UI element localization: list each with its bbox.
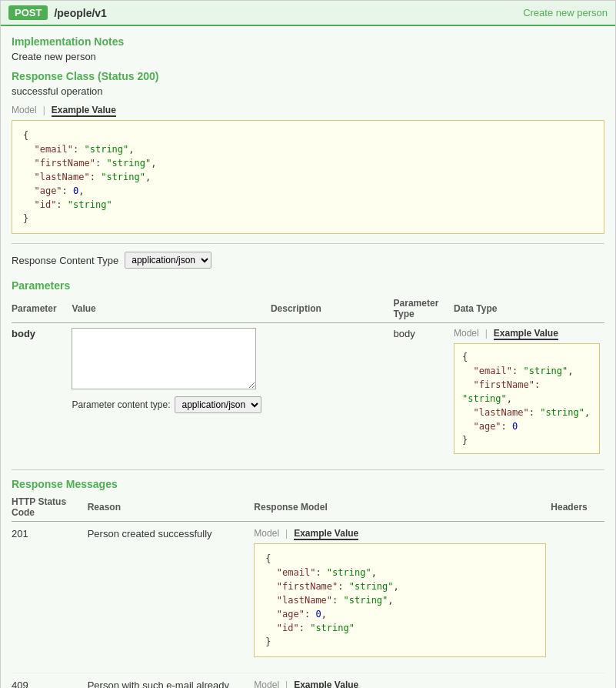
model-tab-model[interactable]: Model <box>12 105 37 117</box>
param-model-tab-model[interactable]: Model <box>454 328 479 340</box>
page-container: POST /people/v1 Create new person Implem… <box>0 0 616 688</box>
response-row-201: 201 Person created successfully Model | … <box>12 522 604 673</box>
model-tab-separator: | <box>43 105 45 117</box>
divider-2 <box>12 469 604 470</box>
response-content-type-label: Response Content Type <box>12 255 118 266</box>
response-status-409: 409 <box>12 673 88 689</box>
method-badge: POST <box>8 5 48 20</box>
response-messages-table: HTTP Status Code Reason Response Model H… <box>12 493 604 688</box>
response-reason-409: Person with such e-mail already exists <box>88 673 255 689</box>
col-header-datatype: Data Type <box>454 295 604 323</box>
col-header-headers: Headers <box>551 493 604 522</box>
parameters-header-row: Parameter Value Description Parameter Ty… <box>12 295 604 323</box>
divider-1 <box>12 243 604 244</box>
param-content-type-label: Parameter content type: <box>72 399 170 410</box>
response-content-type-select[interactable]: application/json application/xml text/pl… <box>125 252 211 269</box>
main-content: Implementation Notes Create new person R… <box>1 26 615 688</box>
response-messages-header-row: HTTP Status Code Reason Response Model H… <box>12 493 604 522</box>
response-status-201: 201 <box>12 522 88 673</box>
param-content-type-select[interactable]: application/json application/xml <box>175 396 261 413</box>
response-reason-201: Person created successfully <box>88 522 255 673</box>
response-201-model-tabs: Model | Example Value <box>254 528 546 540</box>
col-header-reason: Reason <box>88 493 255 522</box>
response-409-tab-model[interactable]: Model <box>254 680 279 688</box>
param-model-tabs: Model | Example Value <box>454 328 600 340</box>
param-datatype-body: Model | Example Value { "email": "string… <box>454 323 604 459</box>
response-class-section: Response Class (Status 200) successful o… <box>12 70 604 234</box>
endpoint-header: POST /people/v1 Create new person <box>1 1 615 26</box>
response-headers-201 <box>551 522 604 673</box>
response-row-409: 409 Person with such e-mail already exis… <box>12 673 604 689</box>
col-header-status: HTTP Status Code <box>12 493 88 522</box>
endpoint-path: /people/v1 <box>54 7 106 19</box>
implementation-notes-title: Implementation Notes <box>12 35 604 48</box>
col-header-description: Description <box>271 295 394 323</box>
response-messages-section: Response Messages HTTP Status Code Reaso… <box>12 478 604 688</box>
response-409-model-tabs: Model | Example Value <box>254 680 546 688</box>
response-class-title: Response Class (Status 200) <box>12 70 604 82</box>
response-201-tab-example[interactable]: Example Value <box>294 528 358 540</box>
response-model-201: Model | Example Value { "email": "string… <box>254 522 551 673</box>
param-json-box: { "email": "string", "firstName": "strin… <box>454 343 600 454</box>
response-class-model-tabs: Model | Example Value <box>12 105 604 117</box>
implementation-notes-text: Create new person <box>12 51 604 62</box>
col-header-parameter: Parameter <box>12 295 72 323</box>
col-header-model: Response Model <box>254 493 551 522</box>
response-201-json-box: { "email": "string", "firstName": "strin… <box>254 543 546 657</box>
model-tab-example[interactable]: Example Value <box>52 105 116 117</box>
param-value-body: Parameter content type: application/json… <box>72 323 271 459</box>
response-content-type-row: Response Content Type application/json a… <box>12 252 604 269</box>
parameters-table: Parameter Value Description Parameter Ty… <box>12 295 604 459</box>
parameters-section: Parameters Parameter Value Description P… <box>12 279 604 459</box>
col-header-value: Value <box>72 295 271 323</box>
response-headers-409 <box>551 673 604 689</box>
param-type-body: body <box>394 323 454 459</box>
response-model-409: Model | Example Value { "message": "stri… <box>254 673 551 689</box>
parameter-row-body: body Parameter content type: application… <box>12 323 604 459</box>
response-class-json-box: { "email": "string", "firstName": "strin… <box>12 120 604 234</box>
param-body-textarea[interactable] <box>72 328 256 389</box>
parameters-title: Parameters <box>12 279 604 292</box>
param-description-body <box>271 323 394 459</box>
param-name-body: body <box>12 323 72 459</box>
response-409-tab-example[interactable]: Example Value <box>294 680 358 688</box>
response-class-subtitle: successful operation <box>12 85 604 97</box>
implementation-notes-section: Implementation Notes Create new person <box>12 35 604 62</box>
create-new-link[interactable]: Create new person <box>523 7 608 18</box>
response-201-tab-model[interactable]: Model <box>254 528 279 540</box>
param-content-type-row: Parameter content type: application/json… <box>72 396 266 413</box>
response-messages-title: Response Messages <box>12 478 604 490</box>
col-header-paramtype: Parameter Type <box>394 295 454 323</box>
param-model-tab-example[interactable]: Example Value <box>494 328 558 340</box>
